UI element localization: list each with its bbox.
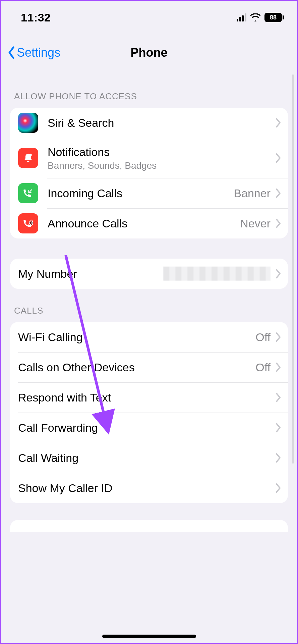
row-label: My Number xyxy=(18,267,163,281)
chevron-right-icon xyxy=(275,483,281,493)
row-label: Show My Caller ID xyxy=(18,481,275,495)
svg-point-0 xyxy=(29,154,32,156)
group-calls: Wi-Fi Calling Off Calls on Other Devices… xyxy=(10,322,288,503)
row-label: Incoming Calls xyxy=(48,186,234,201)
next-group-peek xyxy=(10,520,288,532)
row-my-number[interactable]: My Number xyxy=(10,259,288,289)
row-calls-on-other-devices[interactable]: Calls on Other Devices Off xyxy=(10,352,288,382)
row-incoming-calls[interactable]: Incoming Calls Banner xyxy=(10,178,288,208)
row-label: Wi-Fi Calling xyxy=(18,330,255,344)
section-header-calls: CALLS xyxy=(1,289,297,322)
chevron-right-icon xyxy=(275,362,281,372)
wifi-icon xyxy=(250,13,260,21)
announce-call-icon xyxy=(18,213,38,233)
row-label: Notifications xyxy=(48,145,275,159)
chevron-right-icon xyxy=(275,392,281,402)
back-button[interactable]: Settings xyxy=(7,46,60,60)
row-detail: Never xyxy=(240,217,271,230)
chevron-right-icon xyxy=(275,188,281,198)
chevron-right-icon xyxy=(275,423,281,433)
battery-percent: 88 xyxy=(264,13,282,22)
redacted-phone-number xyxy=(163,267,271,281)
group-access: Siri & Search Notifications Banners, Sou… xyxy=(10,108,288,238)
row-label: Respond with Text xyxy=(18,390,275,405)
home-indicator xyxy=(102,635,196,638)
incoming-call-icon xyxy=(18,183,38,203)
notifications-icon xyxy=(18,148,38,168)
row-announce-calls[interactable]: Announce Calls Never xyxy=(10,208,288,238)
siri-icon xyxy=(18,113,38,133)
row-label: Siri & Search xyxy=(48,116,275,130)
nav-bar: Settings Phone xyxy=(1,34,297,71)
row-wifi-calling[interactable]: Wi-Fi Calling Off xyxy=(10,322,288,352)
row-call-waiting[interactable]: Call Waiting xyxy=(10,443,288,473)
status-time: 11:32 xyxy=(21,11,51,24)
chevron-right-icon xyxy=(275,332,281,342)
row-subtitle: Banners, Sounds, Badges xyxy=(48,160,275,171)
row-detail: Off xyxy=(255,361,271,374)
row-detail: Off xyxy=(255,331,271,344)
row-label: Announce Calls xyxy=(48,216,240,231)
row-detail: Banner xyxy=(234,187,271,200)
chevron-right-icon xyxy=(275,118,281,128)
chevron-right-icon xyxy=(275,269,281,279)
row-show-my-caller-id[interactable]: Show My Caller ID xyxy=(10,473,288,503)
row-notifications[interactable]: Notifications Banners, Sounds, Badges xyxy=(10,138,288,178)
row-respond-with-text[interactable]: Respond with Text xyxy=(10,382,288,413)
row-call-forwarding[interactable]: Call Forwarding xyxy=(10,413,288,443)
section-header-access: ALLOW PHONE TO ACCESS xyxy=(1,71,297,108)
scroll-indicator xyxy=(292,74,294,464)
chevron-left-icon xyxy=(7,46,15,59)
status-bar: 11:32 88 xyxy=(1,1,297,34)
row-siri-search[interactable]: Siri & Search xyxy=(10,108,288,138)
chevron-right-icon xyxy=(275,218,281,228)
row-label: Calls on Other Devices xyxy=(18,360,255,375)
chevron-right-icon xyxy=(275,453,281,463)
row-label: Call Waiting xyxy=(18,451,275,465)
back-label: Settings xyxy=(17,46,60,60)
status-right: 88 xyxy=(237,13,284,22)
group-my-number: My Number xyxy=(10,259,288,289)
chevron-right-icon xyxy=(275,153,281,163)
cellular-signal-icon xyxy=(237,13,246,21)
battery-icon: 88 xyxy=(264,13,284,22)
row-label: Call Forwarding xyxy=(18,421,275,435)
